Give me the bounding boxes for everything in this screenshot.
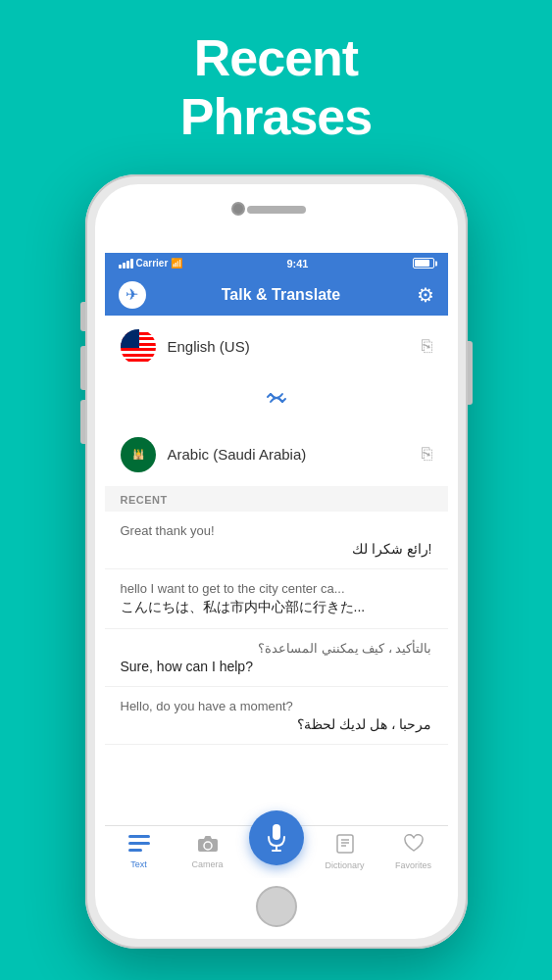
tab-dictionary[interactable]: Dictionary xyxy=(311,834,379,870)
language-from-name: English (US) xyxy=(168,338,410,355)
phrase-en-4: Hello, do you have a moment? xyxy=(121,699,432,713)
phrase-en-1: Great thank you! xyxy=(121,523,432,538)
phone-inner: Carrier 📶 9:41 ✈ Talk & Transla xyxy=(95,184,458,939)
phrase-translated-1: !رائع شكرا لك xyxy=(121,541,432,557)
swap-row xyxy=(121,378,432,423)
phrase-translated-3: Sure, how can I help? xyxy=(121,659,432,674)
mic-icon xyxy=(265,824,288,852)
page-background: Recent Phrases xyxy=(0,0,552,980)
phrase-item-4[interactable]: Hello, do you have a moment? مرحبا ، هل … xyxy=(105,687,448,745)
flag-sa: 🕌 xyxy=(121,437,156,472)
language-selector: English (US) ⎘ ▼ xyxy=(105,316,448,486)
mic-button[interactable] xyxy=(249,810,304,865)
phrase-translated-2: こんにちは、私は市内中心部に行きた... xyxy=(121,599,432,616)
carrier-info: Carrier 📶 xyxy=(119,258,183,269)
phone-speaker xyxy=(247,206,306,214)
tab-favorites[interactable]: Favorites xyxy=(379,834,448,870)
svg-rect-6 xyxy=(276,846,277,850)
nav-bar: ✈ Talk & Translate ⚙ xyxy=(105,274,448,316)
copy-from-icon[interactable]: ⎘ xyxy=(422,336,432,357)
tab-text[interactable]: Text xyxy=(105,835,174,869)
tab-mic[interactable] xyxy=(242,832,311,871)
text-tab-label: Text xyxy=(130,859,147,869)
header-title: Recent Phrases xyxy=(180,29,372,147)
language-to-row[interactable]: 🕌 Arabic (Saudi Arabia) ⎘ xyxy=(121,423,432,486)
mic-button-container xyxy=(249,810,304,865)
phrase-item-1[interactable]: Great thank you! !رائع شكرا لك xyxy=(105,512,448,569)
svg-rect-5 xyxy=(273,824,280,840)
phone-wrapper: Carrier 📶 9:41 ✈ Talk & Transla xyxy=(85,174,468,949)
recent-section: RECENT Great thank you! !رائع شكرا لك he… xyxy=(105,486,448,825)
svg-rect-8 xyxy=(337,835,353,853)
svg-rect-1 xyxy=(128,842,150,845)
screen: Carrier 📶 9:41 ✈ Talk & Transla xyxy=(105,253,448,878)
language-from-row[interactable]: English (US) ⎘ xyxy=(121,316,432,378)
language-to-name: Arabic (Saudi Arabia) xyxy=(168,446,410,463)
status-time: 9:41 xyxy=(286,258,308,270)
phrase-en-3: بالتأكيد ، كيف يمكنني المساعدة؟ xyxy=(121,641,432,656)
phone-home[interactable] xyxy=(256,886,297,927)
status-bar: Carrier 📶 9:41 xyxy=(105,253,448,274)
favorites-tab-icon xyxy=(403,834,425,858)
recent-list: Great thank you! !رائع شكرا لك hello I w… xyxy=(105,512,448,825)
battery-icon xyxy=(413,258,434,269)
flag-us xyxy=(121,329,156,365)
phrase-translated-4: مرحبا ، هل لديك لحظة؟ xyxy=(121,716,432,732)
recent-label: RECENT xyxy=(105,486,448,512)
phrase-item-2[interactable]: hello I want to get to the city center c… xyxy=(105,569,448,629)
svg-rect-7 xyxy=(272,850,281,852)
svg-rect-2 xyxy=(128,849,142,852)
camera-tab-icon xyxy=(197,835,219,858)
text-tab-icon xyxy=(128,835,150,858)
swap-button[interactable] xyxy=(263,384,290,417)
svg-rect-0 xyxy=(128,835,150,838)
settings-button[interactable]: ⚙ xyxy=(417,283,434,307)
favorites-tab-label: Favorites xyxy=(395,860,431,870)
tab-bar: Text Camera xyxy=(105,825,448,878)
copy-to-icon[interactable]: ⎘ xyxy=(422,444,432,465)
nav-logo[interactable]: ✈ xyxy=(119,281,146,309)
phrase-en-2: hello I want to get to the city center c… xyxy=(121,581,432,596)
camera-tab-label: Camera xyxy=(191,859,223,869)
phone-camera xyxy=(231,202,245,216)
dictionary-tab-label: Dictionary xyxy=(325,860,364,870)
dictionary-tab-icon xyxy=(335,834,355,858)
status-right xyxy=(413,258,434,269)
phrase-item-3[interactable]: بالتأكيد ، كيف يمكنني المساعدة؟ Sure, ho… xyxy=(105,629,448,687)
nav-title: Talk & Translate xyxy=(222,286,341,304)
tab-camera[interactable]: Camera xyxy=(174,835,242,869)
